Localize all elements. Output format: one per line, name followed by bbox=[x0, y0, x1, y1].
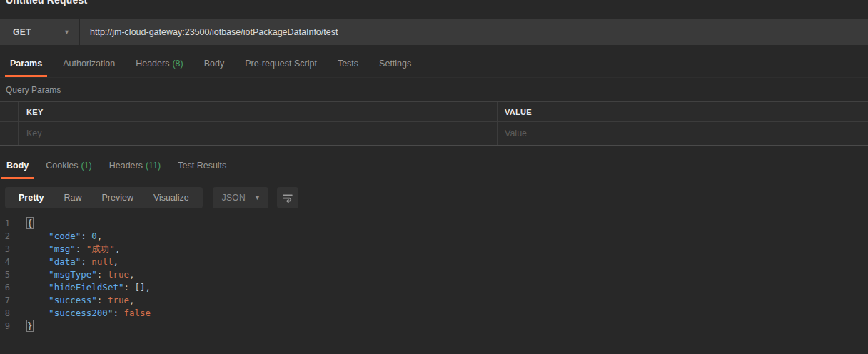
response-tab-test-results[interactable]: Test Results bbox=[178, 154, 226, 179]
view-switcher: Pretty Raw Preview Visualize bbox=[5, 187, 203, 208]
query-params-header-row: KEY VALUE bbox=[0, 102, 868, 122]
row-select-header-cell bbox=[0, 102, 19, 121]
wrap-text-button[interactable] bbox=[277, 187, 298, 208]
response-tabs: Body Cookies(1) Headers(11) Test Results bbox=[0, 154, 868, 179]
view-pretty[interactable]: Pretty bbox=[9, 187, 54, 208]
language-label: JSON bbox=[222, 193, 246, 203]
response-tab-cookies[interactable]: Cookies(1) bbox=[46, 154, 91, 179]
wrap-text-icon bbox=[282, 192, 293, 203]
row-checkbox-cell bbox=[0, 122, 19, 145]
response-tab-body[interactable]: Body bbox=[6, 154, 29, 179]
request-tabs: Params Authorization Headers(8) Body Pre… bbox=[0, 52, 868, 78]
code-text: "code": 0, bbox=[21, 230, 102, 243]
cookies-count-badge: (1) bbox=[81, 161, 91, 171]
code-text: } bbox=[21, 320, 33, 333]
code-line: 8 "success200": false bbox=[0, 307, 868, 320]
request-title: Untitled Request bbox=[6, 0, 868, 6]
line-number: 4 bbox=[0, 256, 21, 268]
line-number: 6 bbox=[0, 281, 21, 294]
line-number: 1 bbox=[0, 217, 21, 230]
chevron-down-icon: ▼ bbox=[64, 29, 70, 36]
chevron-down-icon: ▼ bbox=[254, 195, 261, 201]
key-column-header: KEY bbox=[19, 102, 498, 121]
tab-settings[interactable]: Settings bbox=[379, 52, 411, 77]
code-text: { bbox=[21, 217, 33, 230]
value-input[interactable]: Value bbox=[498, 122, 868, 145]
tab-authorization[interactable]: Authorization bbox=[63, 52, 115, 77]
key-input[interactable]: Key bbox=[19, 122, 498, 145]
code-line: 1{ bbox=[0, 217, 868, 230]
url-input[interactable]: http://jm-cloud-gateway:23500/iotbase/io… bbox=[80, 19, 868, 45]
indent-guide bbox=[41, 230, 41, 320]
line-number: 9 bbox=[0, 320, 21, 333]
code-line: 4 "data": null, bbox=[0, 256, 868, 268]
method-dropdown[interactable]: GET ▼ bbox=[0, 19, 80, 45]
line-number: 8 bbox=[0, 307, 21, 320]
response-headers-count-badge: (11) bbox=[146, 161, 161, 171]
line-number: 5 bbox=[0, 268, 21, 281]
code-text: "data": null, bbox=[21, 256, 118, 268]
tab-body[interactable]: Body bbox=[204, 52, 225, 77]
view-visualize[interactable]: Visualize bbox=[143, 187, 199, 208]
query-params-label: Query Params bbox=[6, 85, 868, 95]
code-lines: 1{2 "code": 0,3 "msg": "成功",4 "data": nu… bbox=[0, 217, 868, 333]
code-line: 9} bbox=[0, 320, 868, 333]
tab-pre-request-script[interactable]: Pre-request Script bbox=[245, 52, 317, 77]
code-text: "success": true, bbox=[21, 294, 135, 307]
response-toolbar: Pretty Raw Preview Visualize JSON ▼ bbox=[5, 187, 868, 208]
view-raw[interactable]: Raw bbox=[54, 187, 91, 208]
line-number: 7 bbox=[0, 294, 21, 307]
code-text: "msg": "成功", bbox=[21, 243, 120, 256]
query-param-row: Key Value bbox=[0, 122, 868, 145]
response-json-editor[interactable]: 1{2 "code": 0,3 "msg": "成功",4 "data": nu… bbox=[0, 213, 868, 333]
method-label: GET bbox=[13, 27, 31, 37]
language-dropdown[interactable]: JSON ▼ bbox=[213, 187, 268, 208]
value-column-header: VALUE bbox=[498, 102, 868, 121]
url-text: http://jm-cloud-gateway:23500/iotbase/io… bbox=[90, 27, 338, 37]
response-tab-headers[interactable]: Headers(11) bbox=[109, 154, 161, 179]
code-line: 7 "success": true, bbox=[0, 294, 868, 307]
tab-tests[interactable]: Tests bbox=[338, 52, 358, 77]
tab-headers[interactable]: Headers(8) bbox=[136, 52, 183, 77]
line-number: 3 bbox=[0, 243, 21, 256]
code-line: 5 "msgType": true, bbox=[0, 268, 868, 281]
line-number: 2 bbox=[0, 230, 21, 243]
request-title-clip: Untitled Request bbox=[0, 0, 868, 6]
headers-count-badge: (8) bbox=[172, 59, 183, 69]
tab-params[interactable]: Params bbox=[10, 52, 42, 77]
view-preview[interactable]: Preview bbox=[91, 187, 143, 208]
code-line: 6 "hideFieldSet": [], bbox=[0, 281, 868, 294]
code-line: 3 "msg": "成功", bbox=[0, 243, 868, 256]
code-line: 2 "code": 0, bbox=[0, 230, 868, 243]
code-text: "msgType": true, bbox=[21, 268, 135, 281]
query-params-table: KEY VALUE Key Value bbox=[0, 101, 868, 146]
url-bar: GET ▼ http://jm-cloud-gateway:23500/iotb… bbox=[0, 19, 868, 45]
